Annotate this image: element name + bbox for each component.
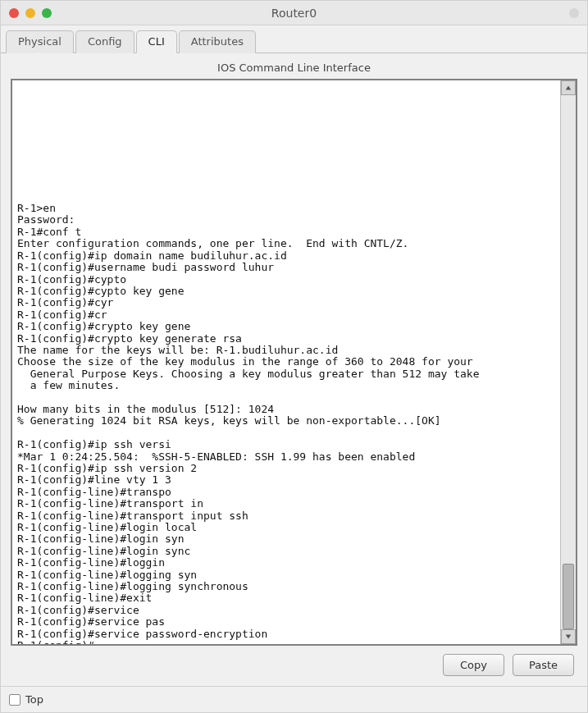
tab-attributes[interactable]: Attributes bbox=[179, 30, 256, 53]
cli-terminal[interactable]: R-1>en Password: R-1#conf t Enter config… bbox=[12, 80, 560, 644]
top-checkbox-label: Top bbox=[25, 693, 43, 706]
copy-button[interactable]: Copy bbox=[443, 654, 504, 676]
top-checkbox[interactable] bbox=[9, 694, 21, 706]
cli-action-row: Copy Paste bbox=[11, 646, 577, 676]
tab-physical[interactable]: Physical bbox=[6, 30, 74, 53]
tab-config[interactable]: Config bbox=[75, 30, 134, 53]
scroll-track[interactable] bbox=[561, 95, 576, 629]
svg-marker-1 bbox=[566, 635, 571, 639]
svg-marker-0 bbox=[566, 86, 571, 90]
window-title: Router0 bbox=[1, 7, 587, 20]
window-minimize-icon[interactable] bbox=[25, 8, 35, 18]
scroll-up-button[interactable] bbox=[561, 80, 576, 95]
window-inactive-icon bbox=[569, 8, 579, 18]
terminal-container: R-1>en Password: R-1#conf t Enter config… bbox=[11, 79, 577, 646]
tab-content-cli: IOS Command Line Interface R-1>en Passwo… bbox=[1, 53, 587, 686]
window-maximize-icon[interactable] bbox=[42, 8, 52, 18]
paste-button[interactable]: Paste bbox=[513, 654, 574, 676]
cli-title: IOS Command Line Interface bbox=[11, 62, 577, 74]
scroll-thumb[interactable] bbox=[563, 564, 574, 629]
app-window: Router0 Physical Config CLI Attributes I… bbox=[0, 0, 588, 713]
scroll-down-button[interactable] bbox=[561, 629, 576, 644]
tabbar: Physical Config CLI Attributes bbox=[1, 25, 587, 53]
window-close-icon[interactable] bbox=[9, 8, 19, 18]
tab-cli[interactable]: CLI bbox=[136, 30, 177, 53]
titlebar-window-controls bbox=[9, 8, 52, 18]
footer: Top bbox=[1, 686, 587, 712]
chevron-down-icon bbox=[565, 633, 572, 640]
terminal-scrollbar[interactable] bbox=[560, 80, 576, 644]
chevron-up-icon bbox=[565, 85, 572, 91]
titlebar: Router0 bbox=[1, 1, 587, 25]
